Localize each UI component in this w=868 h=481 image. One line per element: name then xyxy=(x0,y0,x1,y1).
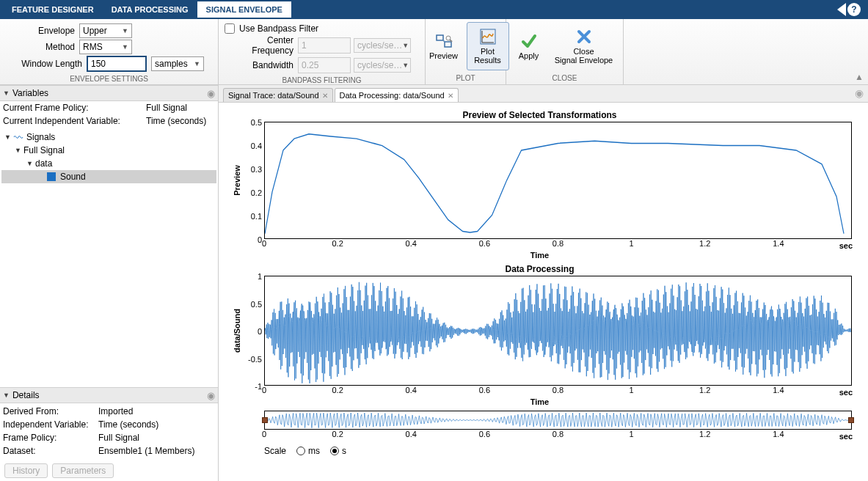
group-label-envelope: ENVELOPE SETTINGS xyxy=(6,73,212,85)
winlen-label: Window Length xyxy=(6,59,87,69)
tree-root[interactable]: Signals xyxy=(26,132,55,142)
details-body: Derived From:ImportedIndependent Variabl… xyxy=(0,403,218,460)
panner-handle-left[interactable] xyxy=(262,417,268,423)
gear-icon[interactable]: ◉ xyxy=(855,87,864,99)
gear-icon[interactable]: ◉ xyxy=(207,390,215,401)
tab-feature-designer[interactable]: FEATURE DESIGNER xyxy=(3,1,103,18)
close-icon[interactable]: ✕ xyxy=(448,92,453,100)
chart1-xlabel: Time xyxy=(225,251,855,260)
window-length-input[interactable] xyxy=(87,56,147,72)
panner-xticks: 00.20.40.60.811.21.4 xyxy=(264,430,852,440)
plot-area: Preview of Selected Transformations Prev… xyxy=(219,103,868,481)
detail-value: Full Signal xyxy=(98,433,139,443)
left-pane: ▼Variables◉ Current Frame Policy:Full Si… xyxy=(0,85,219,481)
help-pointer xyxy=(837,3,846,16)
use-bandpass-label: Use Bandpass Filter xyxy=(239,23,318,34)
group-envelope-settings: Envelope Upper▼ Method RMS▼ Window Lengt… xyxy=(0,19,219,84)
winlen-unit-dropdown[interactable]: samples▼ xyxy=(151,56,204,71)
tab-data-processing-doc[interactable]: Data Processing: data/Sound✕ xyxy=(335,88,459,102)
frame-policy-value: Full Signal xyxy=(146,103,187,113)
method-dropdown[interactable]: RMS▼ xyxy=(79,40,132,54)
detail-key: Dataset: xyxy=(3,446,98,456)
cf-unit-dropdown: cycles/se…▼ xyxy=(354,38,411,53)
chart2-title: Data Processing xyxy=(225,262,855,276)
signal-icon xyxy=(13,133,23,142)
group-label-plot: PLOT xyxy=(456,73,475,84)
chart1-ylabel: Preview xyxy=(233,165,241,196)
history-tab[interactable]: History xyxy=(4,463,48,478)
tree-sound[interactable]: Sound xyxy=(60,172,86,182)
indep-var-value: Time (seconds) xyxy=(146,116,206,126)
group-close: Apply Close Signal Envelope CLOSE xyxy=(506,19,624,84)
detail-value: Imported xyxy=(98,406,133,416)
envelope-label: Envelope xyxy=(6,26,79,36)
plot-results-icon xyxy=(479,28,497,45)
group-plot: Preview Plot Results PLOT xyxy=(426,19,506,84)
scale-s-radio[interactable] xyxy=(330,447,339,455)
chart2-xlabel: Time xyxy=(225,397,855,406)
variables-header[interactable]: ▼Variables◉ xyxy=(0,85,218,101)
chart2-xticks: 00.20.40.60.811.21.4 xyxy=(264,386,852,396)
svg-rect-1 xyxy=(445,42,451,47)
chart1-title: Preview of Selected Transformations xyxy=(225,109,855,122)
detail-value: Ensemble1 (1 Members) xyxy=(98,446,194,456)
preview-button[interactable]: Preview xyxy=(423,22,465,70)
chart2-ylabel: data/Sound xyxy=(233,309,241,353)
signals-tree[interactable]: ▼Signals ▼Full Signal ▼data Sound xyxy=(0,128,218,387)
toolstrip-collapse-icon[interactable]: ▲ xyxy=(855,72,864,82)
scale-selector: Scale ms s xyxy=(264,446,855,456)
use-bandpass-checkbox[interactable] xyxy=(225,23,235,34)
signal-color-icon xyxy=(47,172,56,181)
tab-signal-trace[interactable]: Signal Trace: data/Sound✕ xyxy=(223,88,333,102)
toolstrip: Envelope Upper▼ Method RMS▼ Window Lengt… xyxy=(0,19,868,85)
details-header[interactable]: ▼Details◉ xyxy=(0,387,218,403)
chart2[interactable]: data/Sound -1-0.500.51 sec xyxy=(264,276,852,386)
chart1-xticks: 00.20.40.60.811.21.4 xyxy=(264,239,852,249)
tab-data-processing[interactable]: DATA PROCESSING xyxy=(103,1,197,18)
scale-ms-radio[interactable] xyxy=(296,447,305,455)
tree-full-signal[interactable]: Full Signal xyxy=(23,145,65,155)
right-pane: Signal Trace: data/Sound✕ Data Processin… xyxy=(219,85,868,481)
cf-label: Center Frequency xyxy=(225,35,298,56)
main-content: ▼Variables◉ Current Frame Policy:Full Si… xyxy=(0,85,868,481)
detail-key: Independent Variable: xyxy=(3,419,98,430)
app-tabstrip: FEATURE DESIGNER DATA PROCESSING SIGNAL … xyxy=(0,0,868,19)
bw-unit-dropdown: cycles/se…▼ xyxy=(354,58,411,73)
panner-handle-right[interactable] xyxy=(848,417,854,423)
indep-var-label: Current Independent Variable: xyxy=(3,116,146,126)
gear-icon[interactable]: ◉ xyxy=(207,88,215,99)
center-freq-input xyxy=(298,37,351,54)
bw-label: Bandwidth xyxy=(225,60,298,70)
plot-results-button[interactable]: Plot Results xyxy=(467,22,509,70)
close-button[interactable]: Close Signal Envelope xyxy=(549,22,619,70)
detail-key: Frame Policy: xyxy=(3,433,98,443)
parameters-tab[interactable]: Parameters xyxy=(52,463,114,478)
frame-policy-label: Current Frame Policy: xyxy=(3,103,146,113)
detail-value: Time (seconds) xyxy=(98,419,158,430)
check-icon xyxy=(520,32,538,50)
bandwidth-input xyxy=(298,57,351,73)
svg-rect-0 xyxy=(437,35,443,40)
document-tabs: Signal Trace: data/Sound✕ Data Processin… xyxy=(219,85,868,103)
preview-icon xyxy=(435,32,453,50)
group-label-close: CLOSE xyxy=(552,73,577,84)
envelope-dropdown[interactable]: Upper▼ xyxy=(79,23,132,38)
tab-signal-envelope[interactable]: SIGNAL ENVELOPE xyxy=(197,1,291,18)
scale-label: Scale xyxy=(264,446,286,456)
close-icon xyxy=(575,28,593,45)
panner[interactable]: sec xyxy=(264,411,852,430)
apply-button[interactable]: Apply xyxy=(511,22,547,70)
tree-data[interactable]: data xyxy=(35,158,52,169)
group-bandpass: Use Bandpass Filter Center Frequency cyc… xyxy=(219,19,426,84)
method-label: Method xyxy=(6,42,79,52)
chart1[interactable]: Preview 00.10.20.30.40.5 sec xyxy=(264,122,852,239)
help-button[interactable]: ? xyxy=(847,3,861,16)
detail-key: Derived From: xyxy=(3,406,98,416)
close-icon[interactable]: ✕ xyxy=(322,92,328,100)
